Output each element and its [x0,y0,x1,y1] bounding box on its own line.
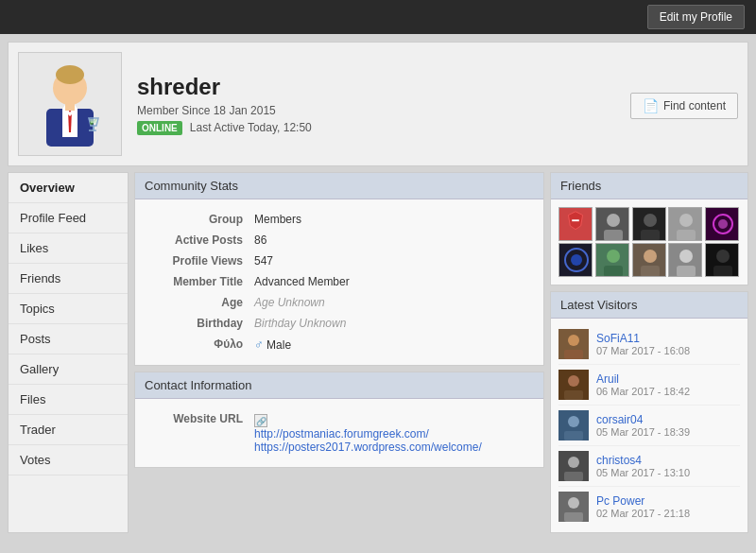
svg-rect-6 [65,101,75,111]
visitor-info: Aruil 06 Mar 2017 - 18:42 [596,372,740,397]
sidebar-item-gallery[interactable]: Gallery [9,354,128,385]
sidebar-item-votes[interactable]: Votes [9,445,128,475]
profile-name: shreder [137,74,630,100]
document-icon: 📄 [643,98,659,113]
svg-rect-33 [564,350,583,359]
visitor-name[interactable]: SoFiA11 [596,332,740,345]
contact-value-website: 🔗 http://postmaniac.forumgreek.com/ http… [249,408,534,458]
friend-avatar[interactable] [705,243,739,277]
visitor-name[interactable]: Pc Power [596,494,740,508]
svg-rect-17 [641,230,660,241]
sidebar-item-files[interactable]: Files [9,385,128,415]
sidebar-item-friends[interactable]: Friends [9,264,128,294]
svg-point-14 [607,214,620,227]
visitor-name[interactable]: Aruil [596,372,740,386]
friend-avatar[interactable] [668,207,702,241]
svg-point-30 [716,250,730,263]
community-stats-header: Community Stats [135,173,543,199]
svg-point-21 [718,219,728,229]
stat-value-birthday: Birthday Unknown [249,313,534,334]
find-content-button[interactable]: 📄 Find content [630,93,738,119]
stat-value-group: Members [249,209,534,230]
friend-avatar[interactable] [632,243,666,277]
top-bar: Edit my Profile [0,0,756,34]
website-link-1[interactable]: http://postmaniac.forumgreek.com/ [254,427,528,441]
stat-label-birthday: Birthday [145,313,249,334]
table-row: Website URL 🔗 http://postmaniac.forumgre… [145,408,534,458]
profile-info: shreder Member Since 18 Jan 2015 ONLINE … [137,74,630,135]
friend-avatar[interactable] [668,243,702,277]
sidebar-item-profile-feed[interactable]: Profile Feed [9,203,128,233]
visitor-item: SoFiA11 07 Mar 2017 - 16:08 [558,324,740,365]
contact-table: Website URL 🔗 http://postmaniac.forumgre… [145,408,534,458]
svg-rect-39 [564,472,583,481]
edit-profile-button[interactable]: Edit my Profile [647,5,745,29]
member-since: Member Since 18 Jan 2015 [137,104,630,117]
friend-avatar[interactable] [705,207,739,241]
svg-rect-15 [604,230,623,241]
visitor-item: Aruil 06 Mar 2017 - 18:42 [558,365,740,406]
svg-point-23 [571,254,582,266]
visitor-thumbnail [558,329,589,359]
svg-rect-25 [604,266,623,277]
svg-point-16 [644,214,657,227]
contact-header: Contact Information [135,372,543,399]
status-row: ONLINE Last Active Today, 12:50 [137,121,630,135]
svg-point-32 [568,335,579,346]
svg-point-1 [56,65,84,84]
friend-avatar[interactable] [558,243,593,277]
website-link-2[interactable]: https://posters2017.wordpress.com/welcom… [254,441,528,454]
svg-point-18 [679,214,693,227]
profile-header: shreder Member Since 18 Jan 2015 ONLINE … [8,42,748,166]
visitor-thumbnail [558,410,589,441]
table-row: Profile Views 547 [145,251,534,271]
svg-point-34 [568,375,579,387]
page-wrapper: shreder Member Since 18 Jan 2015 ONLINE … [0,34,756,553]
stat-value-member-title: Advanced Member [249,271,534,292]
svg-rect-29 [677,266,696,277]
friend-avatar[interactable] [558,207,593,241]
svg-point-28 [679,250,693,263]
visitor-name[interactable]: christos4 [596,454,740,467]
svg-rect-41 [564,512,583,522]
latest-visitors-section: Latest Visitors SoFiA11 07 Mar 2017 - 16… [550,291,748,533]
sidebar-item-topics[interactable]: Topics [9,294,128,324]
visitor-thumbnail [558,451,589,481]
sidebar-item-trader[interactable]: Trader [9,415,128,445]
community-stats-section: Community Stats Group Members Active Pos… [134,172,544,366]
svg-rect-27 [641,266,660,277]
svg-point-24 [607,250,620,263]
svg-marker-12 [90,119,97,123]
male-icon: ♂ [254,337,264,352]
sidebar: Overview Profile Feed Likes Friends Topi… [8,172,129,533]
table-row: Birthday Birthday Unknown [145,313,534,334]
friend-avatar[interactable] [632,207,666,241]
friend-avatar[interactable] [595,207,629,241]
visitor-list: SoFiA11 07 Mar 2017 - 16:08 Aruil 06 Mar… [551,319,747,532]
visitor-name[interactable]: corsair04 [596,413,740,426]
contact-label-website: Website URL [145,408,249,458]
avatar [18,52,122,156]
sidebar-item-posts[interactable]: Posts [9,324,128,354]
friends-header: Friends [551,173,747,199]
svg-point-40 [568,497,579,509]
visitor-thumbnail [558,492,589,522]
right-panel: Friends [550,172,748,533]
visitor-info: Pc Power 02 Mar 2017 - 21:18 [596,494,740,519]
friend-avatar[interactable] [595,243,629,277]
stat-label-group: Group [145,209,249,230]
stat-label-profile-views: Profile Views [145,251,249,271]
stat-label-active-posts: Active Posts [145,230,249,251]
svg-point-38 [568,457,579,468]
main-layout: Overview Profile Feed Likes Friends Topi… [8,172,748,533]
sidebar-item-likes[interactable]: Likes [9,233,128,264]
stat-label-age: Age [145,292,249,313]
stat-label-member-title: Member Title [145,271,249,292]
sidebar-item-overview[interactable]: Overview [9,173,128,203]
svg-rect-35 [564,390,583,400]
contact-section: Contact Information Website URL 🔗 http:/… [134,372,544,468]
content-area: Community Stats Group Members Active Pos… [134,172,544,533]
svg-rect-19 [677,230,696,241]
stat-value-age: Age Unknown [249,292,534,313]
table-row: Age Age Unknown [145,292,534,313]
